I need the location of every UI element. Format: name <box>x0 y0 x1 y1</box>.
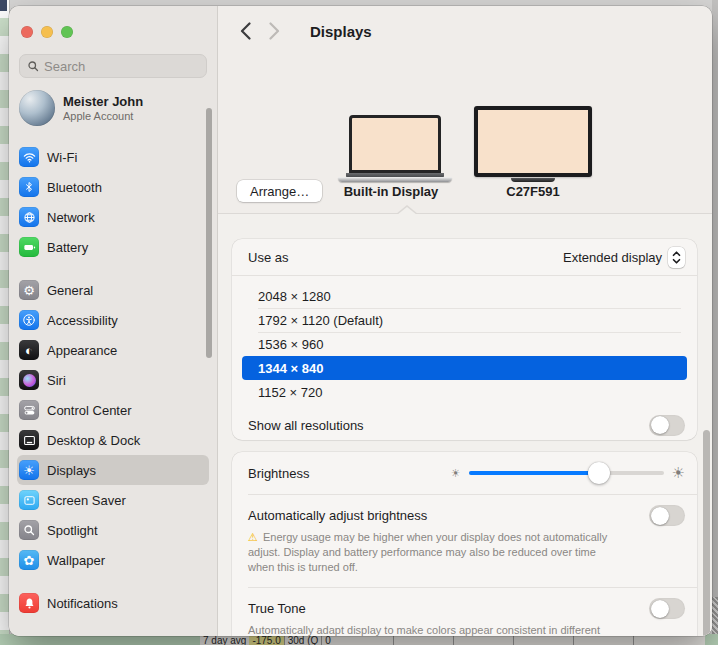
gear-icon: ⚙ <box>19 280 39 300</box>
sidebar-item-accessibility[interactable]: Accessibility <box>17 305 209 335</box>
desktop-background-corner <box>0 0 7 11</box>
sidebar-item-network[interactable]: Network <box>17 202 209 232</box>
contrast-icon: ◐ <box>19 340 39 360</box>
globe-icon <box>19 207 39 227</box>
main-panel: Displays Built-in Display C27F591 Arrang… <box>218 6 712 636</box>
sidebar-item-control-center[interactable]: Control Center <box>17 395 209 425</box>
brightness-high-icon: ☀ <box>672 464 685 482</box>
sheet-cell: 30d (Q <box>285 635 322 645</box>
profile-row[interactable]: Meister John Apple Account <box>19 90 207 126</box>
brightness-low-icon: ☀ <box>451 467 461 480</box>
display-thumbnail-builtin[interactable] <box>338 115 452 182</box>
brightness-card: Brightness ☀ ☀ Automatically adjust brig… <box>232 452 697 636</box>
desktop-dock-icon <box>19 430 39 450</box>
main-scrollbar[interactable] <box>703 430 710 636</box>
desktop-background-right <box>712 0 718 645</box>
auto-brightness-toggle[interactable] <box>649 505 685 526</box>
warning-icon: ⚠ <box>248 531 258 543</box>
use-as-value: Extended display <box>563 250 662 265</box>
show-all-resolutions-toggle[interactable] <box>649 415 685 436</box>
sidebar-item-spotlight[interactable]: Spotlight <box>17 515 209 545</box>
sidebar-nav: Wi-Fi Bluetooth Network Battery ⚙ <box>9 142 217 618</box>
resolution-option[interactable]: 1152 × 720 <box>242 380 687 404</box>
brightness-label: Brightness <box>248 466 309 481</box>
search-field[interactable] <box>19 54 207 78</box>
search-icon <box>27 60 39 72</box>
laptop-screen <box>349 115 441 173</box>
battery-icon <box>19 237 39 257</box>
sidebar-item-notifications[interactable]: Notifications <box>17 588 209 618</box>
selected-display-notch <box>396 205 418 214</box>
sidebar-item-siri[interactable]: Siri <box>17 365 209 395</box>
sheet-cell-highlighted: -175.0 <box>249 635 283 645</box>
sidebar-item-displays[interactable]: ☀ Displays <box>17 455 209 485</box>
true-tone-toggle[interactable] <box>649 598 685 619</box>
profile-subtitle: Apple Account <box>63 110 143 122</box>
arrange-button[interactable]: Arrange… <box>237 180 322 202</box>
monitor-stand <box>511 178 555 182</box>
resolution-list: 2048 × 1280 1792 × 1120 (Default) 1536 ×… <box>232 276 697 410</box>
sidebar-item-screen-saver[interactable]: Screen Saver <box>17 485 209 515</box>
siri-icon <box>19 370 39 390</box>
sidebar-item-bluetooth[interactable]: Bluetooth <box>17 172 209 202</box>
profile-name: Meister John <box>63 94 143 109</box>
zoom-button[interactable] <box>61 26 73 38</box>
use-as-row: Use as Extended display <box>232 239 697 275</box>
sidebar-item-battery[interactable]: Battery <box>17 232 209 262</box>
bluetooth-icon <box>19 177 39 197</box>
use-as-label: Use as <box>248 250 288 265</box>
true-tone-label: True Tone <box>248 601 306 616</box>
sheet-cell: 7 day avg <box>200 635 249 645</box>
displays-strip: Built-in Display C27F591 Arrange… <box>218 56 712 213</box>
brightness-slider[interactable] <box>469 471 664 475</box>
sidebar-scrollbar[interactable] <box>206 108 212 358</box>
settings-scroll-region: Use as Extended display 2048 × 1280 1792… <box>218 213 712 636</box>
system-settings-window: Meister John Apple Account Wi-Fi Bluetoo… <box>9 6 712 636</box>
avatar <box>19 90 55 126</box>
close-button[interactable] <box>21 26 33 38</box>
resolution-option-selected[interactable]: 1344 × 840 <box>242 356 687 380</box>
brightness-slider-fill <box>469 471 600 475</box>
laptop-base <box>338 177 452 182</box>
forward-button[interactable] <box>269 22 280 40</box>
screen-saver-icon <box>19 490 39 510</box>
minimize-button[interactable] <box>41 26 53 38</box>
magnifier-icon <box>19 520 39 540</box>
resolution-card: Use as Extended display 2048 × 1280 1792… <box>232 239 697 440</box>
accessibility-icon <box>19 310 39 330</box>
show-all-resolutions-label: Show all resolutions <box>248 418 364 433</box>
control-center-icon <box>19 400 39 420</box>
sidebar-item-wallpaper[interactable]: ✿ Wallpaper <box>17 545 209 575</box>
main-header: Displays <box>218 6 712 56</box>
search-input[interactable] <box>44 59 199 74</box>
auto-brightness-warning: ⚠ Energy usage may be higher when your d… <box>248 530 685 575</box>
bell-icon <box>19 593 39 613</box>
wifi-icon <box>19 147 39 167</box>
sidebar-item-general[interactable]: ⚙ General <box>17 275 209 305</box>
true-tone-block: True Tone Automatically adapt display to… <box>232 588 697 636</box>
resolution-option[interactable]: 1792 × 1120 (Default) <box>242 308 687 332</box>
display-name-builtin: Built-in Display <box>334 184 448 199</box>
sidebar: Meister John Apple Account Wi-Fi Bluetoo… <box>9 6 218 636</box>
resolution-option[interactable]: 2048 × 1280 <box>242 284 687 308</box>
window-controls <box>9 6 217 38</box>
monitor-screen <box>474 106 592 177</box>
auto-brightness-label: Automatically adjust brightness <box>248 508 427 523</box>
brightness-row: Brightness ☀ ☀ <box>232 452 697 494</box>
flower-icon: ✿ <box>19 550 39 570</box>
resolution-option[interactable]: 1536 × 960 <box>242 332 687 356</box>
page-title: Displays <box>310 23 372 40</box>
sidebar-item-desktop-dock[interactable]: Desktop & Dock <box>17 425 209 455</box>
display-brightness-icon: ☀ <box>19 460 39 480</box>
chevron-up-down-icon <box>671 250 682 265</box>
sheet-cell: 0 <box>322 635 334 645</box>
back-button[interactable] <box>240 22 251 40</box>
sidebar-item-appearance[interactable]: ◐ Appearance <box>17 335 209 365</box>
use-as-dropdown[interactable] <box>668 247 685 268</box>
show-all-resolutions-row: Show all resolutions <box>232 410 697 440</box>
display-name-external: C27F591 <box>470 184 596 199</box>
sidebar-item-wifi[interactable]: Wi-Fi <box>17 142 209 172</box>
display-thumbnail-external[interactable] <box>474 106 592 182</box>
brightness-slider-thumb[interactable] <box>588 462 610 484</box>
auto-brightness-block: Automatically adjust brightness ⚠ Energy… <box>232 495 697 587</box>
